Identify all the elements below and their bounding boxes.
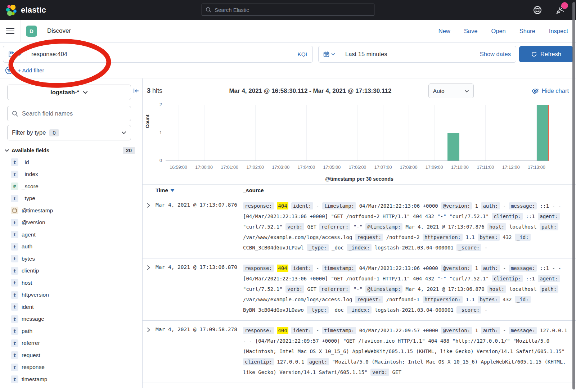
field-item-message[interactable]: tmessage <box>11 313 142 325</box>
text-field-icon: t <box>11 267 18 275</box>
field-list: t_idt_index#_scoret_type@timestampt@vers… <box>0 156 142 386</box>
global-search-input[interactable]: Search Elastic <box>202 4 374 16</box>
source-field-name: auth: <box>481 265 500 272</box>
add-filter-link[interactable]: + Add filter <box>18 67 44 74</box>
page-scrollbar[interactable] <box>572 2 575 389</box>
field-item-id[interactable]: t_id <box>11 156 142 168</box>
chevron-down-icon <box>331 53 335 55</box>
field-name: _score <box>22 183 39 190</box>
source-value: GET <box>392 369 401 375</box>
sort-desc-icon <box>170 189 175 192</box>
source-value: 1 <box>475 328 478 333</box>
source-value: - <box>503 328 506 333</box>
expand-row-icon[interactable] <box>143 325 156 378</box>
expand-row-icon[interactable] <box>143 201 156 253</box>
query-language-toggle[interactable]: KQL <box>294 51 312 58</box>
filter-by-type-select[interactable]: Filter by type 0 <box>7 125 131 140</box>
action-new[interactable]: New <box>438 28 450 35</box>
text-field-icon: t <box>11 291 18 299</box>
elastic-logo[interactable]: elastic <box>0 4 46 17</box>
chevron-down-icon <box>17 53 22 56</box>
source-field-name: httpversion: <box>423 234 463 241</box>
field-item-version[interactable]: t@version <box>11 217 142 229</box>
source-value: "-" <box>354 224 363 230</box>
x-axis-tick: 17:01:00 <box>221 165 238 170</box>
filter-by-type-label: Filter by type <box>12 129 46 136</box>
histogram-bar-17:09:30[interactable] <box>447 133 460 161</box>
breadcrumb[interactable]: Discover <box>47 27 71 35</box>
space-avatar[interactable]: D <box>26 26 37 37</box>
filter-bar: + Add filter <box>0 66 576 78</box>
hide-chart-link[interactable]: Hide chart <box>531 87 569 94</box>
field-item-timestamp[interactable]: ttimestamp <box>11 373 142 386</box>
text-field-icon: t <box>11 219 18 226</box>
field-item-timestamp[interactable]: @timestamp <box>11 204 142 217</box>
source-value: GET <box>307 286 316 292</box>
column-header-time[interactable]: Time <box>156 187 243 193</box>
time-range-value[interactable]: Last 15 minutes <box>340 51 480 58</box>
table-header: Time _source <box>143 184 576 196</box>
column-header-source: _source <box>243 187 264 193</box>
field-name: _index <box>22 171 38 177</box>
source-field-name: bytes: <box>478 234 500 241</box>
date-picker: Last 15 minutes Show dates <box>318 46 516 63</box>
field-item-httpversion[interactable]: thttpversion <box>11 289 142 301</box>
source-value: - <box>316 203 319 209</box>
field-name: httpversion <box>22 292 49 298</box>
text-field-icon: t <box>11 195 18 202</box>
x-axis-tick: 17:02:00 <box>246 165 264 170</box>
query-input[interactable] <box>27 51 294 58</box>
source-value: ::1 <box>526 213 535 219</box>
histogram-bar-17:13:00[interactable] <box>537 105 549 161</box>
help-icon[interactable] <box>533 5 542 15</box>
interval-select[interactable]: Auto <box>428 84 474 98</box>
field-item-score[interactable]: #_score <box>11 180 142 193</box>
menu-hamburger-icon[interactable] <box>0 20 21 42</box>
field-item-agent[interactable]: tagent <box>11 229 142 241</box>
field-item-response[interactable]: tresponse <box>11 361 142 374</box>
source-value: localhost <box>509 224 537 230</box>
collapse-sidebar-icon[interactable] <box>133 88 140 94</box>
field-name: request <box>22 352 40 359</box>
field-item-referrer[interactable]: treferrer <box>11 337 142 350</box>
date-quick-select-button[interactable] <box>319 46 340 62</box>
field-item-bytes[interactable]: tbytes <box>11 253 142 265</box>
index-pattern-select[interactable]: logstash-* <box>7 85 131 100</box>
expand-row-icon[interactable] <box>143 263 156 315</box>
field-item-auth[interactable]: tauth <box>11 241 142 253</box>
action-save[interactable]: Save <box>464 28 478 35</box>
text-field-icon: t <box>11 279 18 287</box>
field-name: path <box>22 328 32 334</box>
row-source: response: 404 ident: - timestamp: 04/Mar… <box>243 325 576 378</box>
show-dates-link[interactable]: Show dates <box>480 51 516 58</box>
filter-menu-icon[interactable] <box>5 66 13 75</box>
field-item-index[interactable]: t_index <box>11 168 142 181</box>
x-axis-tick: 17:03:00 <box>272 165 289 170</box>
chevron-down-icon <box>464 90 469 93</box>
action-open[interactable]: Open <box>491 28 505 35</box>
field-item-request[interactable]: trequest <box>11 349 142 361</box>
source-field-name: @timestamp: <box>365 223 402 230</box>
x-axis-tick: 17:13:00 <box>528 165 545 170</box>
available-fields-header[interactable]: Available fields 20 <box>5 147 135 154</box>
source-value: /notfound-1 <box>386 297 420 302</box>
field-item-ident[interactable]: tident <box>11 301 142 313</box>
field-item-type[interactable]: t_type <box>11 193 142 205</box>
source-field-name: message: <box>509 265 537 272</box>
source-field-name: request: <box>355 234 383 241</box>
field-name: message <box>22 316 44 322</box>
field-name: referrer <box>22 340 40 346</box>
field-item-clientip[interactable]: tclientip <box>11 265 142 277</box>
action-share[interactable]: Share <box>519 28 535 35</box>
action-inspect[interactable]: Inspect <box>549 28 568 35</box>
index-pattern-label: logstash-* <box>50 89 79 96</box>
refresh-button[interactable]: Refresh <box>519 46 573 62</box>
field-item-path[interactable]: tpath <box>11 325 142 337</box>
saved-query-button[interactable] <box>3 46 27 63</box>
field-item-host[interactable]: thost <box>11 277 142 289</box>
row-time: Mar 4, 2021 @ 17:13:06.870 <box>156 263 243 315</box>
text-field-icon: t <box>11 339 18 347</box>
hits-count: 3 hits <box>147 87 197 95</box>
field-search-input[interactable]: Search field names <box>7 106 131 121</box>
histogram-chart[interactable]: Count 01216:59:0017:00:0017:01:0017:02:0… <box>143 101 576 182</box>
